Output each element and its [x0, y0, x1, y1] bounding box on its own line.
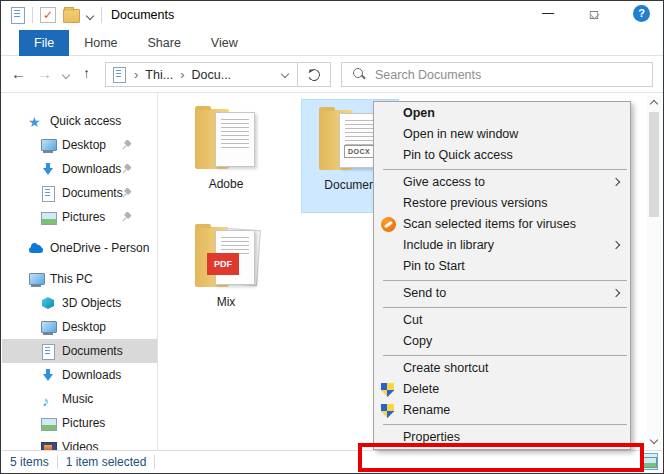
search-box[interactable]	[341, 62, 653, 87]
breadcrumb-separator-icon[interactable]: ›	[180, 67, 184, 82]
folder-name: Adobe	[177, 177, 275, 191]
file-type-badge: DOCX	[344, 145, 374, 158]
sidebar-item[interactable]: Downloads	[2, 157, 157, 181]
ribbon-tab-bar: File Home Share View	[1, 30, 663, 56]
sidebar-item[interactable]: This PC	[2, 267, 157, 291]
context-menu-item[interactable]: Open in new window	[374, 124, 630, 145]
sidebar-item[interactable]: Music	[2, 387, 157, 411]
menu-item-icon	[381, 286, 396, 301]
sidebar-item[interactable]: Pictures	[2, 205, 157, 229]
Mix[interactable]: PDF Mix	[177, 217, 275, 331]
navigation-pane: Quick access Desktop Downloads	[2, 93, 158, 451]
context-menu: Open Open in new window Pin to Quick acc…	[373, 101, 631, 450]
breadcrumb-label[interactable]: Docu...	[191, 68, 231, 82]
menu-item-icon	[381, 361, 396, 376]
refresh-button[interactable]	[298, 63, 330, 86]
context-menu-item[interactable]: Scan selected items for viruses	[374, 214, 630, 235]
sidebar-item-icon	[40, 367, 56, 383]
context-menu-item[interactable]: Pin to Start	[374, 256, 630, 277]
submenu-arrow-icon	[612, 241, 620, 249]
sidebar-item-icon	[40, 415, 56, 431]
sidebar-item[interactable]: Documents	[2, 181, 157, 205]
sidebar-item-label: Documents	[62, 344, 123, 358]
sidebar-item-icon	[28, 271, 44, 287]
forward-button: →	[37, 65, 52, 82]
minimize-button[interactable]: —	[525, 1, 571, 30]
sidebar-item[interactable]: Videos	[2, 435, 157, 451]
thumbnail-view-button[interactable]	[640, 453, 658, 470]
context-menu-item[interactable]: Rename	[374, 400, 630, 421]
context-menu-item[interactable]: Restore previous versions	[374, 193, 630, 214]
sidebar-item-label: OneDrive - Person	[50, 241, 149, 255]
sidebar-item[interactable]: Quick access	[2, 109, 157, 133]
menu-item-label: Rename	[403, 400, 610, 421]
address-bar[interactable]: ›Thi... ›Docu...	[105, 62, 331, 87]
context-menu-item[interactable]	[383, 355, 627, 356]
sidebar-item[interactable]: Desktop	[2, 315, 157, 339]
selection-count: 1 item selected	[58, 455, 155, 469]
breadcrumb-segment[interactable]: ›Thi...	[127, 67, 173, 82]
context-menu-item[interactable]: Include in library	[374, 235, 630, 256]
expand-ribbon-chevron-icon[interactable]	[591, 11, 599, 19]
ribbon-tab-label: View	[211, 36, 238, 50]
sidebar-item-icon	[40, 295, 56, 311]
submenu-arrow-icon	[612, 178, 620, 186]
context-menu-item[interactable]: Give access to	[374, 172, 630, 193]
status-divider	[154, 455, 155, 469]
ribbon-tab[interactable]: Share	[133, 30, 196, 56]
Adobe[interactable]: Adobe	[177, 99, 275, 213]
context-menu-item[interactable]: Cut	[374, 310, 630, 331]
menu-item-label: Include in library	[403, 235, 610, 256]
explorer-window: ✓ Documents — □ × File Home Share View ?…	[0, 0, 664, 474]
context-menu-item[interactable]: Properties	[374, 427, 630, 448]
folder-icon[interactable]	[63, 9, 80, 23]
breadcrumb-separator-icon[interactable]: ›	[134, 67, 138, 82]
ribbon-tab[interactable]: View	[196, 30, 253, 56]
sidebar-item-label: Documents	[62, 186, 123, 200]
sidebar-item-icon	[40, 161, 56, 177]
sidebar-item[interactable]: Pictures	[2, 411, 157, 435]
sidebar-item-icon	[40, 343, 56, 359]
address-dropdown-chevron-icon[interactable]	[279, 68, 293, 82]
search-input[interactable]	[375, 68, 652, 82]
context-menu-item[interactable]	[383, 280, 627, 281]
sidebar-item-label: Downloads	[62, 162, 121, 176]
sidebar-item-label: This PC	[50, 272, 93, 286]
sidebar-item[interactable]: Downloads	[2, 363, 157, 387]
toolbar-separator	[32, 7, 33, 23]
context-menu-item[interactable]: Delete	[374, 379, 630, 400]
menu-item-label: Open in new window	[403, 124, 610, 145]
breadcrumb-segment[interactable]: ›Docu...	[173, 67, 231, 82]
sidebar-item-icon	[40, 319, 56, 335]
menu-item-icon	[381, 259, 396, 274]
sidebar-item-label: Pictures	[62, 416, 105, 430]
menu-item-icon	[381, 313, 396, 328]
back-button[interactable]: ←	[11, 65, 26, 82]
context-menu-item[interactable]: Send to	[374, 283, 630, 304]
help-button[interactable]: ?	[633, 5, 650, 22]
window-title: Documents	[111, 8, 174, 22]
ribbon-tab[interactable]: Home	[69, 30, 132, 56]
context-menu-item[interactable]: Copy	[374, 331, 630, 352]
window-document-icon	[9, 6, 25, 24]
title-bar: ✓ Documents — □ ×	[1, 1, 663, 30]
context-menu-item[interactable]: Open	[374, 103, 630, 124]
sidebar-item[interactable]: 3D Objects	[2, 291, 157, 315]
sidebar-item-label: Music	[62, 392, 93, 406]
up-button[interactable]: ↑	[83, 65, 90, 81]
menu-item-icon	[381, 404, 394, 418]
context-menu-item[interactable]	[383, 307, 627, 308]
context-menu-item[interactable]: Pin to Quick access	[374, 145, 630, 166]
sidebar-item[interactable]: Documents	[2, 339, 157, 363]
ribbon-tab[interactable]: File	[19, 30, 69, 56]
context-menu-item[interactable]: Create shortcut	[374, 358, 630, 379]
sidebar-item-icon	[40, 185, 56, 201]
context-menu-item[interactable]	[383, 169, 627, 170]
sidebar-item[interactable]: Desktop	[2, 133, 157, 157]
checkbox-icon[interactable]: ✓	[40, 7, 56, 23]
sidebar-item[interactable]: OneDrive - Person	[2, 236, 157, 260]
customize-toolbar-chevron-icon[interactable]	[87, 13, 94, 17]
breadcrumb-label[interactable]: Thi...	[145, 68, 173, 82]
recent-locations-chevron-icon[interactable]	[63, 72, 71, 80]
context-menu-item[interactable]	[383, 424, 627, 425]
